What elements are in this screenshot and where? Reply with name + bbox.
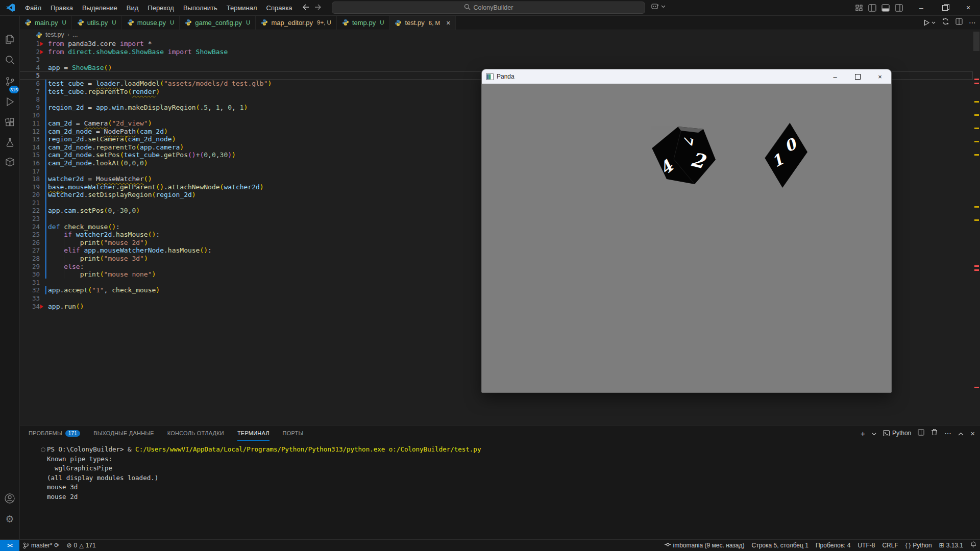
- code-token: (: [124, 135, 128, 143]
- breadcrumb-more[interactable]: ...: [72, 31, 78, 38]
- panda-3d-viewport[interactable]: 2 4 7 1 0: [482, 84, 891, 392]
- menu-Терминал[interactable]: Терминал: [222, 3, 262, 13]
- status-item-строка[interactable]: Строка 5, столбец 1: [748, 540, 812, 551]
- breadcrumb[interactable]: test.py › ...: [36, 30, 78, 40]
- code-text: base.mouseWatcher.getParent().attachNewN…: [48, 183, 264, 191]
- panda-close-button[interactable]: ×: [869, 69, 891, 84]
- status-item-bell[interactable]: [967, 540, 980, 551]
- new-terminal-button[interactable]: +: [861, 429, 865, 438]
- tab-test.py[interactable]: test.py6, M×: [389, 15, 456, 30]
- run-python-file-button[interactable]: [923, 19, 936, 26]
- panel-tab-КОНСОЛЬ ОТЛАДКИ[interactable]: КОНСОЛЬ ОТЛАДКИ: [167, 425, 224, 441]
- panel-tab-ПОРТЫ[interactable]: ПОРТЫ: [283, 425, 304, 441]
- remote-indicator[interactable]: ><: [0, 540, 19, 551]
- account-icon[interactable]: [0, 489, 19, 508]
- code-token: cam_2d: [48, 119, 76, 127]
- code-text: app.run(): [48, 303, 84, 311]
- kill-terminal-icon[interactable]: [931, 429, 938, 438]
- window-restore-button[interactable]: [933, 0, 957, 15]
- ruler-mark: [974, 101, 979, 103]
- git-modified-bar: [45, 104, 46, 112]
- tab-main.py[interactable]: main.pyU: [19, 15, 72, 30]
- problems-status-item[interactable]: ⊘ 0 △ 171: [63, 540, 99, 551]
- code-text: def check_mouse():: [48, 223, 120, 231]
- menu-Переход[interactable]: Переход: [143, 3, 179, 13]
- tab-map_editor.py[interactable]: map_editor.py9+, U: [256, 15, 336, 30]
- overview-ruler[interactable]: [973, 30, 980, 425]
- panel-tab-ТЕРМИНАЛ[interactable]: ТЕРМИНАЛ: [237, 425, 270, 441]
- code-line[interactable]: 1from panda3d.core import *: [19, 40, 973, 48]
- window-close-button[interactable]: ×: [957, 0, 980, 15]
- split-editor-icon[interactable]: [955, 18, 963, 27]
- terminal-dropdown-icon[interactable]: [872, 429, 876, 438]
- command-center-search[interactable]: ColonyBuilder: [332, 2, 645, 14]
- copilot-button[interactable]: [651, 3, 666, 10]
- explorer-icon[interactable]: [0, 30, 19, 49]
- extensions-icon[interactable]: [0, 112, 19, 132]
- nav-forward-icon[interactable]: [314, 3, 322, 12]
- nav-back-icon[interactable]: [302, 3, 309, 12]
- panel-more-actions-icon[interactable]: ⋯: [944, 429, 951, 437]
- panda-minimize-button[interactable]: –: [824, 69, 846, 84]
- tab-utils.py[interactable]: utils.pyU: [72, 15, 122, 30]
- menu-Правка[interactable]: Правка: [46, 3, 78, 13]
- breadcrumb-file[interactable]: test.py: [45, 31, 64, 38]
- code-text: from panda3d.core import *: [48, 40, 152, 48]
- menu-Выполнить[interactable]: Выполнить: [179, 3, 222, 13]
- status-item-imbomania[interactable]: imbomania (9 мес. назад): [661, 540, 748, 551]
- git-modified-bar: [45, 263, 46, 271]
- panel-tab-ПРОБЛЕМЫ[interactable]: ПРОБЛЕМЫ171: [29, 425, 80, 441]
- window-minimize-button[interactable]: –: [910, 0, 933, 15]
- toggle-panel-icon[interactable]: [881, 4, 890, 12]
- status-item-3.13.1[interactable]: ⊞3.13.1: [936, 540, 967, 551]
- toggle-secondary-sidebar-icon[interactable]: [895, 4, 903, 12]
- sync-changes-icon[interactable]: [942, 18, 949, 27]
- code-token: import: [120, 40, 148, 47]
- python-file-icon: [127, 19, 134, 26]
- line-number: 4: [19, 64, 40, 72]
- tab-game_config.py[interactable]: game_config.pyU: [180, 15, 256, 30]
- left-die: 2 4 7: [652, 127, 716, 184]
- split-terminal-icon[interactable]: [918, 429, 924, 438]
- terminal-tab-item[interactable]: Python: [883, 430, 911, 437]
- code-token: 1: [216, 104, 220, 111]
- testing-icon[interactable]: [0, 132, 19, 152]
- code-token: check_mouse: [112, 286, 156, 294]
- status-item-пробелов:[interactable]: Пробелов: 4: [812, 540, 854, 551]
- tab-mouse.py[interactable]: mouse.pyU: [122, 15, 180, 30]
- tab-temp.py[interactable]: temp.pyU: [337, 15, 390, 30]
- search-view-icon[interactable]: [0, 50, 19, 69]
- code-token: direct.showbase.ShowBase: [68, 48, 168, 56]
- line-number: 5: [19, 71, 40, 80]
- customize-layout-icon[interactable]: [855, 4, 863, 12]
- more-actions-icon[interactable]: ⋯: [969, 18, 976, 27]
- status-item-crlf[interactable]: CRLF: [878, 540, 901, 551]
- run-debug-icon[interactable]: [0, 92, 19, 111]
- status-item-utf-8[interactable]: UTF-8: [854, 540, 878, 551]
- toggle-primary-sidebar-icon[interactable]: [868, 4, 876, 12]
- code-line[interactable]: 3: [19, 56, 973, 64]
- menu-Справка[interactable]: Справка: [262, 3, 297, 13]
- menu-Выделение[interactable]: Выделение: [78, 3, 122, 13]
- code-token: .: [64, 183, 68, 191]
- git-branch-item[interactable]: master* ⟳: [19, 540, 63, 551]
- terminal-output[interactable]: PS O:\ColonyBuilder> & C:/Users/wwwVI/Ap…: [47, 445, 481, 502]
- panda-maximize-button[interactable]: [846, 69, 869, 84]
- terminal-line: wglGraphicsPipe: [47, 464, 481, 473]
- line-number: 1: [19, 40, 40, 48]
- package-view-icon[interactable]: [0, 152, 19, 171]
- tab-close-icon[interactable]: ×: [446, 19, 450, 27]
- git-modified-bar: [45, 80, 46, 88]
- status-item-python[interactable]: { }Python: [902, 540, 936, 551]
- code-line[interactable]: 2from direct.showbase.ShowBase import Sh…: [19, 48, 973, 56]
- panda-title-bar[interactable]: Panda – ×: [482, 69, 891, 84]
- menu-Файл[interactable]: Файл: [20, 3, 46, 13]
- menu-Вид[interactable]: Вид: [122, 3, 143, 13]
- close-panel-icon[interactable]: ×: [970, 429, 975, 438]
- settings-gear-icon[interactable]: ⚙: [0, 509, 19, 529]
- panel-tab-ВЫХОДНЫЕ ДАННЫЕ[interactable]: ВЫХОДНЫЕ ДАННЫЕ: [93, 425, 154, 441]
- maximize-panel-icon[interactable]: [958, 429, 964, 438]
- tab-decoration: 6, M: [429, 20, 440, 26]
- panda-app-window[interactable]: Panda – × 2 4 7 1 0: [481, 69, 892, 393]
- scrollbar-slider[interactable]: [973, 32, 979, 51]
